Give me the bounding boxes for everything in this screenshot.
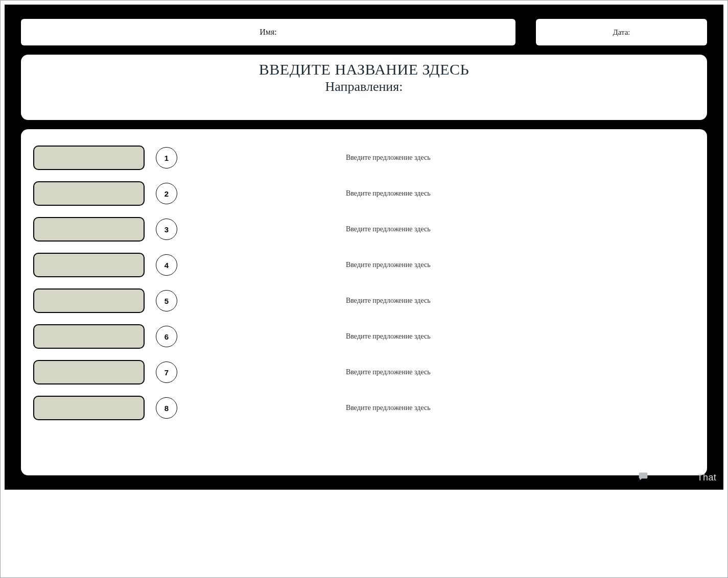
sentence-placeholder[interactable]: Введите предложение здесь [346, 225, 431, 233]
list-item: 4 Введите предложение здесь [33, 253, 695, 277]
list-item: 1 Введите предложение здесь [33, 146, 695, 170]
date-label: Дата: [613, 28, 630, 37]
answer-slot[interactable] [33, 288, 145, 313]
sentence-placeholder[interactable]: Введите предложение здесь [346, 297, 431, 305]
number-badge: 1 [156, 147, 177, 168]
black-board: Имя: Дата: ВВЕДИТЕ НАЗВАНИЕ ЗДЕСЬ Направ… [5, 5, 723, 490]
list-card: 1 Введите предложение здесь 2 Введите пр… [21, 129, 707, 475]
worksheet-title: ВВЕДИТЕ НАЗВАНИЕ ЗДЕСЬ [259, 61, 469, 78]
number-badge: 8 [156, 397, 177, 419]
sentence-placeholder[interactable]: Введите предложение здесь [346, 404, 431, 412]
number-badge: 6 [156, 326, 177, 347]
worksheet-frame: Имя: Дата: ВВЕДИТЕ НАЗВАНИЕ ЗДЕСЬ Направ… [0, 0, 728, 578]
footer-text: That [697, 472, 716, 483]
number-badge: 3 [156, 219, 177, 240]
title-card: ВВЕДИТЕ НАЗВАНИЕ ЗДЕСЬ Направления: [21, 55, 707, 120]
footer: That [638, 471, 716, 484]
answer-slot[interactable] [33, 396, 145, 420]
list-item: 6 Введите предложение здесь [33, 324, 695, 349]
number-badge: 2 [156, 183, 177, 204]
answer-slot[interactable] [33, 253, 145, 277]
answer-slot[interactable] [33, 181, 145, 206]
sentence-placeholder[interactable]: Введите предложение здесь [346, 154, 431, 162]
date-field[interactable]: Дата: [536, 19, 707, 45]
header-row: Имя: Дата: [21, 19, 707, 45]
list-item: 2 Введите предложение здесь [33, 181, 695, 206]
sentence-placeholder[interactable]: Введите предложение здесь [346, 261, 431, 269]
worksheet-subtitle: Направления: [325, 79, 403, 94]
answer-slot[interactable] [33, 217, 145, 242]
sentence-placeholder[interactable]: Введите предложение здесь [346, 332, 431, 341]
chat-icon[interactable] [638, 471, 649, 484]
answer-slot[interactable] [33, 146, 145, 170]
list-item: 5 Введите предложение здесь [33, 288, 695, 313]
sentence-placeholder[interactable]: Введите предложение здесь [346, 189, 431, 198]
number-badge: 5 [156, 290, 177, 311]
list-item: 7 Введите предложение здесь [33, 360, 695, 384]
name-label: Имя: [260, 28, 276, 37]
number-badge: 4 [156, 254, 177, 276]
answer-slot[interactable] [33, 360, 145, 384]
sentence-placeholder[interactable]: Введите предложение здесь [346, 368, 431, 376]
list-item: 8 Введите предложение здесь [33, 396, 695, 420]
name-field[interactable]: Имя: [21, 19, 515, 45]
answer-slot[interactable] [33, 324, 145, 349]
list-item: 3 Введите предложение здесь [33, 217, 695, 242]
number-badge: 7 [156, 362, 177, 383]
